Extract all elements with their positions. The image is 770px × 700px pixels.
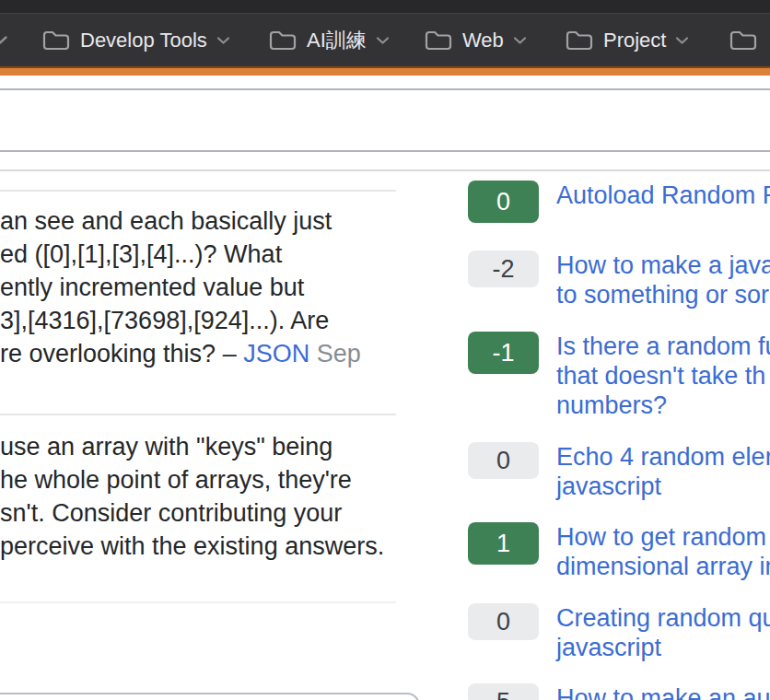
related-question[interactable]: 0 Echo 4 random eler javascript [468, 442, 770, 501]
related-question-link[interactable]: How to make an au [556, 683, 770, 700]
related-question-title-line: Autoload Random P [556, 181, 770, 210]
comment: an see and each basically just ed ([0],[… [0, 204, 402, 370]
comment-date: Sep [317, 340, 361, 368]
header-divider [0, 88, 770, 90]
comment-text-line: perceive with the existing answers. [0, 530, 402, 563]
folder-icon [41, 29, 71, 52]
related-question[interactable]: 0 Creating random qu javascript [468, 603, 770, 662]
related-question[interactable]: -2 How to make a java to something or so… [468, 251, 770, 309]
bookmark-folder-project[interactable]: Project [565, 14, 689, 66]
vote-count-badge: 0 [468, 603, 539, 640]
comment-text-line: ed ([0],[1],[3],[4]...)? What [0, 238, 402, 271]
related-question-title-line: numbers? [556, 391, 770, 420]
browser-chrome-top [0, 0, 770, 14]
comment-text-line: 3],[4316],[73698],[924]...). Are [0, 304, 402, 337]
related-question-title-line: How to get random [556, 522, 770, 552]
comment-text-line: he whole point of arrays, they're [0, 463, 402, 496]
related-question[interactable]: 1 How to get random dimensional array in [468, 522, 770, 581]
comment: use an array with "keys" being he whole … [0, 430, 402, 563]
related-question[interactable]: 0 Autoload Random P [468, 181, 770, 223]
related-question-title-line: dimensional array in [556, 552, 770, 581]
comment-separator [0, 414, 396, 415]
related-question-link[interactable]: How to make a java to something or sor [556, 251, 770, 309]
related-question-title-line: Echo 4 random eler [556, 442, 770, 472]
comment-text-line: an see and each basically just [0, 204, 402, 238]
bookmark-partial-chevron[interactable] [0, 14, 8, 66]
comment-separator [0, 601, 396, 603]
related-question-title-line: to something or sor [556, 280, 770, 309]
related-question[interactable]: 5 How to make an au [468, 683, 770, 700]
chevron-down-icon [216, 36, 230, 45]
related-question-title-line: How to make an au [556, 683, 770, 700]
folder-icon [424, 29, 453, 52]
section-divider [0, 150, 770, 152]
bookmark-label: AI訓練 [307, 27, 367, 54]
bookmark-folder-web[interactable]: Web [424, 14, 527, 66]
bookmark-label: Project [603, 29, 666, 52]
bookmark-folder-develop-tools[interactable]: Develop Tools [41, 14, 230, 66]
related-question-title-line: javascript [556, 633, 770, 662]
vote-count-badge: 0 [468, 181, 539, 223]
bookmark-folder-ai-training[interactable]: AI訓練 [268, 14, 390, 66]
related-question-link[interactable]: Is there a random fu that doesn't take t… [556, 332, 770, 420]
comment-text-line: re overlooking this? – JSON Sep [0, 337, 402, 370]
related-question-link[interactable]: Echo 4 random eler javascript [556, 442, 770, 501]
chevron-down-icon [0, 35, 8, 45]
vote-count-badge: 5 [468, 683, 539, 700]
related-question-title-line: javascript [556, 472, 770, 501]
bookmark-folder-partial[interactable] [729, 14, 758, 66]
add-comment-input[interactable] [0, 693, 420, 700]
related-question[interactable]: -1 Is there a random fu that doesn't tak… [468, 332, 770, 420]
comment-author-link[interactable]: JSON [243, 340, 309, 368]
folder-icon [268, 29, 298, 52]
comment-text-line: ently incremented value but [0, 271, 402, 304]
vote-count-badge: -2 [468, 251, 539, 287]
related-question-link[interactable]: How to get random dimensional array in [556, 522, 770, 581]
bookmark-label: Web [462, 29, 504, 52]
folder-icon [729, 29, 758, 52]
site-header-accent-bar [0, 66, 770, 76]
bookmarks-bar: Develop Tools AI訓練 Web Project [0, 14, 770, 66]
vote-count-badge: 1 [468, 522, 539, 565]
comment-text-fragment: re overlooking this? – [0, 340, 243, 368]
comment-separator [0, 190, 396, 192]
bookmark-label: Develop Tools [80, 29, 207, 52]
comment-text-line: use an array with "keys" being [0, 430, 402, 463]
chevron-down-icon [376, 36, 390, 45]
related-question-title-line: Is there a random fu [556, 332, 770, 361]
related-question-title-line: that doesn't take th [556, 361, 770, 391]
related-question-link[interactable]: Creating random qu javascript [556, 603, 770, 662]
related-question-title-line: Creating random qu [556, 603, 770, 633]
folder-icon [565, 29, 594, 52]
section-divider-light [0, 169, 770, 171]
vote-count-badge: 0 [468, 442, 539, 479]
vote-count-badge: -1 [468, 332, 539, 374]
related-question-link[interactable]: Autoload Random P [556, 181, 770, 223]
chevron-down-icon [513, 36, 527, 45]
comment-text-line: sn't. Consider contributing your [0, 496, 402, 530]
chevron-down-icon [675, 36, 689, 45]
related-question-title-line: How to make a java [556, 251, 770, 280]
